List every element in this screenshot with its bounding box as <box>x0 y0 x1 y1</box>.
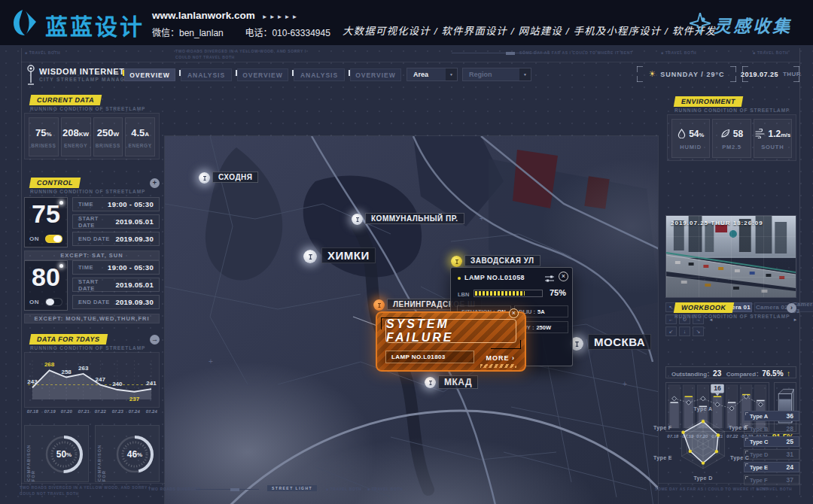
control-subtitle: RUNNING CONDITION OF STREETLAMP <box>30 189 145 194</box>
decor-microtext: TWO ROADS DIVERGED IN A YELLOW WOOD, AND… <box>175 48 306 60</box>
radar-axis-label: Type D <box>667 475 739 481</box>
lamp-pin-failure[interactable] <box>373 299 385 311</box>
lamp-pin-icon <box>376 302 382 308</box>
alert-more-button[interactable]: MORE › <box>486 354 516 362</box>
frame-line-right <box>799 48 800 495</box>
lamp-pin[interactable] <box>199 172 210 184</box>
radar-axis-label: Type A <box>667 406 739 411</box>
tab-analysis-1[interactable]: ANALYSIS <box>181 68 232 81</box>
line-chart-panel: 243268258263247240237241 <box>24 352 160 408</box>
map-label-zavodskaya[interactable]: ЗАВОДСКАЯ УЛ <box>464 255 540 266</box>
type-row-c[interactable]: Type C25 <box>744 436 799 447</box>
contact-info: 微信：ben_lanlan 电话：010-63334945 <box>152 26 330 38</box>
city-map[interactable]: +++ СХОДНЯ КОММУНАЛЬНЫЙ ПР. ХИМКИ ЗАВОДС… <box>164 135 659 504</box>
map-label-skhodnya[interactable]: СХОДНЯ <box>212 172 258 183</box>
tab-overview-3[interactable]: OVERVIEW <box>350 68 401 81</box>
env-label: HUMID <box>680 144 702 150</box>
chevron-down-icon: ▼ <box>446 68 457 80</box>
row-value: 19:00 - 05:30 <box>108 200 154 208</box>
date-text: 2019.07.25 <box>741 71 778 78</box>
axis-label: 07.22 <box>92 409 109 414</box>
tab-overview-1[interactable]: OVERVIEW <box>124 68 175 81</box>
svg-text:268: 268 <box>44 361 55 368</box>
current-data-panel: 75% BRINESS 208KW ENERGY 250W BRINESS 4.… <box>24 113 160 159</box>
type-row-d[interactable]: Type D31 <box>744 449 799 460</box>
lamp-pin-icon <box>428 380 434 386</box>
radar-chart <box>667 408 739 480</box>
map-label-khimki[interactable]: ХИМКИ <box>321 247 376 263</box>
comparison-gauge-card: COMPARISON FOR 46% <box>95 425 160 482</box>
gauge-side-label: COMPARISON FOR <box>26 432 35 481</box>
area-select[interactable]: Area ▼ <box>406 68 458 81</box>
lamp-pin[interactable] <box>352 214 363 225</box>
lamp-pin[interactable] <box>425 377 436 388</box>
map-label-moskva[interactable]: МОСКВА <box>588 334 651 350</box>
alert-lamp-id: LAMP NO.L01803 <box>385 351 474 363</box>
type-row-e[interactable]: Type E24 <box>744 462 799 472</box>
filter-sliders-icon[interactable] <box>545 275 554 282</box>
comparison-gauge-card: COMPARISON FOR 50% <box>24 425 89 482</box>
environment-subtitle: RUNNING CONDITION OF STREETLAMP <box>674 108 790 113</box>
stat-label: ENERGY <box>129 143 152 148</box>
type-label: Type B <box>750 426 768 433</box>
weather-widget: ☀ SUNNDAY / 29°C <box>637 66 736 82</box>
type-row-a[interactable]: Type A36 <box>744 411 799 421</box>
data7-more-button[interactable]: → <box>150 335 160 345</box>
workbook-stats: Outstanding：23 Compared：76.5% ↑ <box>665 366 796 378</box>
type-value: 28 <box>787 425 793 433</box>
field-value: 5A <box>537 308 545 315</box>
alert-close-icon[interactable]: × <box>509 308 519 318</box>
wind-card: 1.2m/s SOUTH <box>754 119 792 158</box>
type-label: Type C <box>750 439 768 445</box>
map-label-kommunalny[interactable]: КОММУНАЛЬНЫЙ ПР. <box>365 213 464 224</box>
row-label: TIME <box>78 201 93 208</box>
svg-text:263: 263 <box>78 365 89 372</box>
website-url: www.lanlanwork.com <box>152 10 255 21</box>
time-row[interactable]: TIME 19:00 - 05:30 <box>72 197 160 211</box>
end-date-row[interactable]: END DATE 2019.09.30 <box>72 295 160 309</box>
workbook-more-button[interactable]: › <box>787 303 796 313</box>
current-data-subtitle: RUNNING CONDITION OF STREETLAMP <box>30 106 145 111</box>
start-date-row[interactable]: START DATE 2019.05.01 <box>72 214 160 229</box>
compared-value: 76.5% <box>762 369 783 378</box>
pan-down-left-button[interactable]: ↙ <box>665 326 677 336</box>
time-row[interactable]: TIME 19:00 - 05:30 <box>72 260 160 275</box>
camera-02-button[interactable]: Camera 02 <box>754 302 790 312</box>
start-date-row[interactable]: START DATE 2019.05.01 <box>72 278 160 292</box>
row-label: END DATE <box>78 235 110 242</box>
region-select[interactable]: Region ▼ <box>462 68 531 81</box>
pan-down-button[interactable]: ↓ <box>679 326 690 336</box>
environment-badge: ENVIRONMENT <box>674 96 743 107</box>
region-select-value: Region <box>463 71 519 78</box>
stat-label: BRINESS <box>31 143 56 148</box>
type-value: 25 <box>787 438 793 445</box>
lamp-pin[interactable] <box>303 250 317 263</box>
pan-down-right-button[interactable]: ↘ <box>693 326 704 336</box>
arrows-decoration: ►►►►► <box>262 14 300 20</box>
map-label-mkad[interactable]: МКАД <box>438 375 478 389</box>
wechat-label: 微信：ben_lanlan <box>152 28 224 38</box>
row-label: TIME <box>78 264 93 271</box>
popup-close-icon[interactable]: × <box>559 272 568 281</box>
lamp-toggle[interactable] <box>45 235 62 243</box>
website-link[interactable]: www.lanlanwork.com►►►►► <box>152 10 299 21</box>
stat-card-briness2: 250W BRINESS <box>93 117 123 156</box>
tab-analysis-2[interactable]: ANALYSIS <box>294 68 345 81</box>
type-row-f[interactable]: Type F37 <box>744 475 799 485</box>
stat-label: ENERGY <box>64 143 87 148</box>
tab-overview-2[interactable]: OVERVIEW <box>237 68 288 81</box>
lamp-toggle[interactable] <box>45 298 62 306</box>
lamp-pin-warning[interactable] <box>451 256 462 267</box>
add-schedule-button[interactable]: + <box>150 178 160 188</box>
control-badge: CONTROL <box>29 178 81 188</box>
end-date-row[interactable]: END DATE 2019.09.30 <box>72 232 160 246</box>
brightness-progress-bar[interactable] <box>473 290 543 297</box>
camera-feed[interactable]: 2019.07.25 THUR 18:26:09 <box>665 215 796 298</box>
stat-label: BRINESS <box>96 143 120 148</box>
decor-microtext: TWO ROADS DIVERGED IN A YELLOW WOOD, AND… <box>20 484 151 496</box>
row-label: START DATE <box>78 278 115 292</box>
field-value: 250W <box>536 324 551 331</box>
promo-banner: 蓝蓝设计 www.lanlanwork.com►►►►► 微信：ben_lanl… <box>0 0 813 45</box>
type-row-b[interactable]: Type B28 <box>744 424 799 434</box>
svg-text:16: 16 <box>714 384 721 392</box>
